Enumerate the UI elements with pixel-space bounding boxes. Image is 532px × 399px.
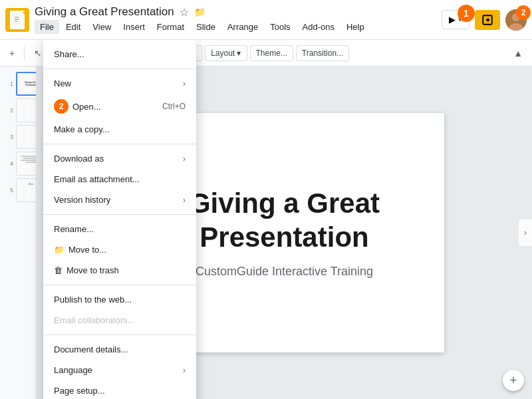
menu-new-arrow: › xyxy=(183,79,186,88)
open-badge-wrapper: 2 Open... xyxy=(54,99,101,114)
menu-option-email-attach[interactable]: Email as attachment... xyxy=(43,169,196,190)
menu-copy-label: Make a copy... xyxy=(54,124,110,134)
top-right-controls: ▶ ▾ 1 2 xyxy=(442,9,527,31)
menu-sep-1 xyxy=(43,68,196,69)
menu-open-shortcut: Ctrl+O xyxy=(162,102,186,111)
canvas-fab-add[interactable]: + xyxy=(503,370,524,391)
share-button[interactable] xyxy=(475,10,500,30)
menu-file[interactable]: File xyxy=(35,20,59,34)
slide-number-3: 3 xyxy=(3,134,13,140)
toolbar-divider-1 xyxy=(24,47,25,60)
menu-option-email-collab: Email collaborators... xyxy=(43,310,196,331)
menu-trash-wrapper: 🗑 Move to trash xyxy=(54,265,119,275)
app-logo xyxy=(5,8,29,32)
menu-option-download[interactable]: Download as › xyxy=(43,148,196,169)
menu-insert[interactable]: Insert xyxy=(118,20,150,34)
menu-option-rename[interactable]: Rename... xyxy=(43,219,196,239)
doc-title-area: Giving a Great Presentation ☆ 📁 File Edi… xyxy=(35,5,442,34)
menu-edit[interactable]: Edit xyxy=(61,20,86,34)
toolbar-add-btn[interactable]: + xyxy=(5,45,19,61)
menu-sep-3 xyxy=(43,214,196,215)
menu-doc-details-label: Document details... xyxy=(54,344,128,354)
menu-publish-label: Publish to the web... xyxy=(54,295,132,305)
badge-2: 2 xyxy=(516,5,531,20)
menu-option-trash[interactable]: 🗑 Move to trash xyxy=(43,260,196,281)
menu-sep-2 xyxy=(43,144,196,144)
menu-bar: File Edit View Insert Format Slide Arran… xyxy=(35,20,442,34)
slide-item-2[interactable]: 2 xyxy=(3,98,33,122)
menu-tools[interactable]: Tools xyxy=(265,20,295,34)
toolbar-transition-btn[interactable]: Transition... xyxy=(296,45,349,61)
toolbar-layout-btn[interactable]: Layout ▾ xyxy=(205,45,247,61)
menu-option-open[interactable]: 2 Open... Ctrl+O xyxy=(43,94,196,119)
slide-number-4: 4 xyxy=(3,160,13,167)
folder-menu-icon: 📁 xyxy=(54,245,65,255)
slide-item-4[interactable]: 4 xyxy=(3,152,33,176)
menu-new-label: New xyxy=(54,78,71,88)
menu-slide[interactable]: Slide xyxy=(191,20,221,34)
slide-number-1: 1 xyxy=(3,80,13,87)
menu-option-share[interactable]: Share... xyxy=(43,44,196,65)
menu-option-moveto[interactable]: 📁 Move to... xyxy=(43,239,196,260)
canvas-controls: + xyxy=(503,370,524,391)
menu-option-doc-details[interactable]: Document details... xyxy=(43,339,196,360)
menu-rename-label: Rename... xyxy=(54,224,94,234)
menu-email-collab-label: Email collaborators... xyxy=(54,315,134,325)
toolbar-collapse-btn[interactable]: ▲ xyxy=(509,45,527,61)
open-badge: 2 xyxy=(54,99,68,114)
folder-icon[interactable]: 📁 xyxy=(194,7,205,17)
menu-page-setup-label: Page setup... xyxy=(54,386,105,396)
menu-trash-label: Move to trash xyxy=(66,265,119,275)
menu-download-label: Download as xyxy=(54,154,104,164)
trash-menu-icon: 🗑 xyxy=(54,265,63,275)
slide-number-2: 2 xyxy=(3,107,13,114)
badge-1: 1 xyxy=(458,5,475,22)
menu-option-language[interactable]: Language › xyxy=(43,360,196,380)
menu-email-attach-label: Email as attachment... xyxy=(54,174,140,184)
menu-download-arrow: › xyxy=(183,154,186,164)
slides-panel: 1 Giving a Great Presentation 2 3 4 xyxy=(0,66,37,399)
present-icon: ▶ xyxy=(449,15,456,25)
menu-version-label: Version history xyxy=(54,195,110,205)
menu-share-label: Share... xyxy=(54,49,84,59)
menu-arrange[interactable]: Arrange xyxy=(222,20,263,34)
menu-view[interactable]: View xyxy=(87,20,116,34)
menu-moveto-wrapper: 📁 Move to... xyxy=(54,245,106,255)
star-icon[interactable]: ☆ xyxy=(180,6,189,19)
menu-open-label: Open... xyxy=(72,102,101,112)
slide-item-5[interactable]: 5 What... xyxy=(3,178,33,202)
menu-sep-4 xyxy=(43,285,196,285)
menu-format[interactable]: Format xyxy=(152,20,190,34)
menu-option-new[interactable]: New › xyxy=(43,73,196,94)
slide-number-5: 5 xyxy=(3,187,13,194)
menu-version-arrow: › xyxy=(183,196,186,205)
menu-option-publish[interactable]: Publish to the web... xyxy=(43,289,196,310)
menu-language-arrow: › xyxy=(183,366,186,375)
menu-help[interactable]: Help xyxy=(341,20,370,34)
menu-option-page-setup[interactable]: Page setup... xyxy=(43,380,196,399)
menu-language-label: Language xyxy=(54,365,92,375)
menu-option-version[interactable]: Version history › xyxy=(43,190,196,210)
file-dropdown-menu: Share... New › 2 Open... Ctrl+O Make a c… xyxy=(43,40,196,399)
toolbar-theme-btn[interactable]: Theme... xyxy=(250,45,293,61)
slide-item-3[interactable]: 3 xyxy=(3,125,33,149)
top-bar: Giving a Great Presentation ☆ 📁 File Edi… xyxy=(0,0,532,40)
doc-title-text: Giving a Great Presentation xyxy=(35,5,174,19)
menu-moveto-label: Move to... xyxy=(68,245,106,255)
canvas-arrow-btn[interactable]: › xyxy=(519,219,532,246)
menu-addons[interactable]: Add-ons xyxy=(297,20,340,34)
slide-item-1[interactable]: 1 Giving a Great Presentation xyxy=(3,72,33,96)
menu-option-copy[interactable]: Make a copy... xyxy=(43,119,196,140)
slide-subtitle: CustomGuide Interactive Training xyxy=(196,265,373,279)
menu-sep-5 xyxy=(43,334,196,335)
